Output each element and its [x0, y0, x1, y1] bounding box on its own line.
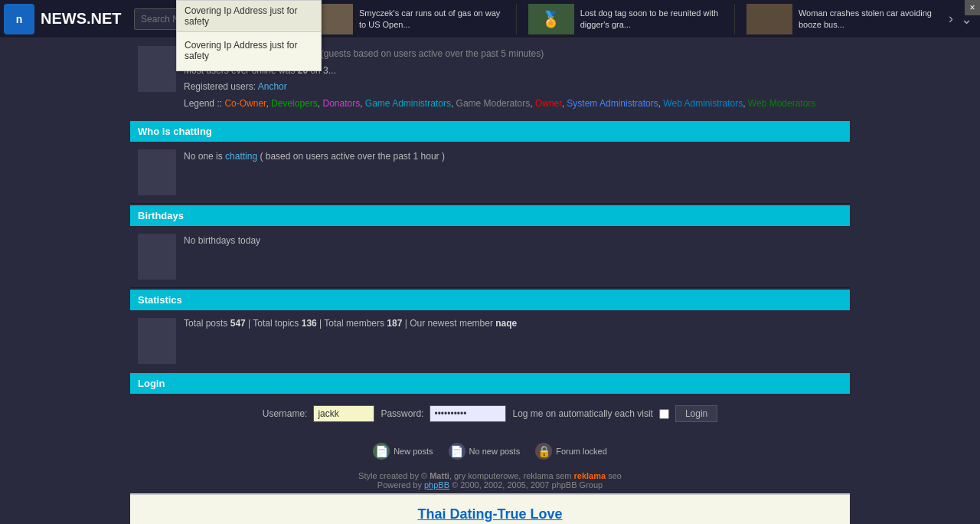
legend-new-posts: 📄 New posts [373, 443, 433, 460]
username-label: Username: [263, 408, 308, 419]
article-img-3 [746, 4, 792, 34]
statistics-text: Total posts 547 | Total topics 136 | Tot… [184, 318, 517, 364]
dropdown-overlay: Covering Ip Address just for safety Cove… [176, 0, 322, 71]
chatting-body: No one is chatting ( based on users acti… [130, 142, 850, 204]
anchor-link[interactable]: Anchor [258, 81, 287, 92]
total-members-value: 187 [387, 318, 402, 329]
style-credits: Style created by © Matti, gry komputerow… [134, 471, 846, 480]
role-game-mods: Game Moderators [456, 98, 531, 109]
auto-login-label: Log me on automatically each visit [512, 408, 652, 419]
statistics-header: Statistics [130, 290, 850, 310]
birthdays-avatar [138, 234, 176, 280]
login-button[interactable]: Login [675, 405, 717, 422]
birthdays-section: Birthdays No birthdays today [130, 205, 850, 288]
forum-locked-icon: 🔒 [535, 443, 552, 460]
chatting-message: No one is [184, 151, 223, 162]
new-posts-icon: 📄 [373, 443, 390, 460]
statistics-section: Statistics Total posts 547 | Total topic… [130, 290, 850, 372]
legend-locked: 🔒 Forum locked [535, 443, 607, 460]
password-label: Password: [381, 408, 423, 419]
total-topics-label: Total topics [253, 318, 299, 329]
news-article-1: Smyczek's car runs out of gas on way to … [295, 4, 516, 34]
role-co-owner[interactable]: Co-Owner [224, 98, 266, 109]
news-logo-icon: n [4, 4, 34, 34]
footer-legend: 📄 New posts 📄 No new posts 🔒 Forum locke… [130, 435, 850, 467]
news-logo: n NEWS.NET [4, 4, 126, 34]
user-avatar [138, 46, 176, 92]
total-posts-value: 547 [230, 318, 246, 329]
role-web-admins[interactable]: Web Administrators [663, 98, 743, 109]
phpbb-link[interactable]: phpBB [424, 480, 449, 490]
role-web-mods[interactable]: Web Moderators [748, 98, 815, 109]
no-new-posts-icon: 📄 [449, 443, 466, 460]
news-logo-text: NEWS.NET [41, 10, 122, 28]
banner-title: Thai Dating-True Love [142, 506, 838, 522]
nav-next-button[interactable]: › [945, 11, 957, 27]
login-section: Login Username: Password: Log me on auto… [130, 373, 850, 434]
chatting-suffix: ( based on users active over the past 1 … [260, 151, 444, 162]
reklama-text: reklama [574, 471, 606, 480]
close-button[interactable]: × [965, 0, 980, 15]
article-text-1: Smyczek's car runs out of gas on way to … [359, 8, 505, 30]
username-input[interactable] [313, 405, 374, 422]
legend-no-new: 📄 No new posts [449, 443, 521, 460]
birthdays-text: No birthdays today [184, 234, 260, 280]
article-text-2: Lost dog tag soon to be reunited with di… [580, 8, 723, 30]
birthdays-body: No birthdays today [130, 226, 850, 288]
chatting-avatar [138, 149, 176, 195]
chatting-section: Who is chatting No one is chatting ( bas… [130, 121, 850, 204]
newest-member-label: Our newest member [410, 318, 493, 329]
new-posts-label: New posts [394, 447, 433, 456]
birthdays-header: Birthdays [130, 205, 850, 226]
role-game-admins[interactable]: Game Administrators [365, 98, 451, 109]
no-new-posts-label: No new posts [469, 447, 521, 456]
newest-member-value: naqe [495, 318, 517, 329]
statistics-avatar [138, 318, 176, 364]
total-members-label: Total members [324, 318, 384, 329]
login-header: Login [130, 373, 850, 394]
login-form: Username: Password: Log me on automatica… [142, 405, 838, 422]
dropdown-title: Covering Ip Address just for safety [177, 1, 321, 32]
role-sys-admins[interactable]: System Administrators [567, 98, 658, 109]
chatting-text: No one is chatting ( based on users acti… [184, 149, 445, 195]
password-input[interactable] [430, 405, 506, 422]
role-developers[interactable]: Developers [271, 98, 318, 109]
chatting-link[interactable]: chatting [225, 151, 257, 162]
news-articles: Smyczek's car runs out of gas on way to … [295, 4, 945, 34]
dropdown-body: Covering Ip Address just for safety [177, 32, 321, 70]
article-text-3: Woman crashes stolen car avoiding booze … [799, 8, 933, 30]
powered-by: Powered by phpBB © 2000, 2002, 2005, 200… [134, 480, 846, 490]
footer-credits: Style created by © Matti, gry komputerow… [130, 467, 850, 493]
news-article-2: 🏅 Lost dog tag soon to be reunited with … [516, 4, 734, 34]
dropdown-body-text: Covering Ip Address just for safety [185, 37, 313, 64]
role-owner[interactable]: Owner [535, 98, 562, 109]
chatting-header: Who is chatting [130, 121, 850, 142]
total-topics-value: 136 [302, 318, 317, 329]
statistics-body: Total posts 547 | Total topics 136 | Tot… [130, 310, 850, 372]
auto-login-checkbox[interactable] [659, 409, 669, 419]
news-article-3: Woman crashes stolen car avoiding booze … [734, 4, 945, 34]
forum-locked-label: Forum locked [556, 447, 607, 456]
total-posts-label: Total posts [184, 318, 227, 329]
article-img-2: 🏅 [528, 4, 574, 34]
role-donators[interactable]: Donators [322, 98, 360, 109]
login-body: Username: Password: Log me on automatica… [130, 394, 850, 434]
bottom-banner: Thai Dating-True Love 🇹🇭 www.Thaimatches… [130, 493, 850, 524]
